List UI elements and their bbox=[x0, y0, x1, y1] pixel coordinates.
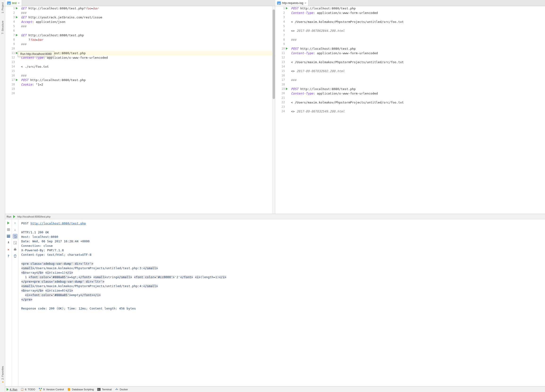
code-line[interactable]: < ./src/foo.txt bbox=[18, 64, 272, 69]
code-line[interactable]: < /Users/maxim.kolmakov/PhpstormProjects… bbox=[288, 20, 545, 24]
gutter-line: 18 bbox=[5, 82, 18, 87]
code-line[interactable]: POST http://localhost:8080/test.php bbox=[288, 46, 545, 51]
code-line[interactable] bbox=[18, 91, 272, 96]
close-icon[interactable]: × bbox=[304, 1, 306, 5]
code-line[interactable] bbox=[288, 33, 545, 37]
code-line[interactable] bbox=[288, 55, 545, 60]
code-line[interactable]: ### bbox=[18, 73, 272, 78]
bottom-db[interactable]: Database Scripting bbox=[67, 387, 94, 391]
gutter-line: 15 bbox=[5, 69, 18, 73]
code-line[interactable]: POST http://localhost:8080/test.php bbox=[18, 51, 272, 55]
gutter-line: 14 bbox=[275, 64, 288, 69]
run-marker-icon[interactable] bbox=[16, 52, 18, 54]
wrap-button[interactable] bbox=[13, 234, 18, 239]
help-button[interactable]: ? bbox=[6, 254, 11, 258]
code-line[interactable]: Content-Type: application/x-www-form-url… bbox=[288, 11, 545, 15]
gutter-line: 22 bbox=[275, 100, 288, 105]
run-marker-icon[interactable] bbox=[286, 7, 288, 9]
run-marker-icon[interactable] bbox=[286, 47, 288, 50]
gutter-line: 14 bbox=[5, 64, 18, 69]
code-line[interactable]: <> 2017-09-06T032602.200.html bbox=[288, 69, 545, 73]
tab-test[interactable]: test × bbox=[5, 0, 22, 6]
gutter-line: 7 bbox=[275, 33, 288, 37]
code-line[interactable] bbox=[288, 82, 545, 87]
code-line[interactable]: ### bbox=[18, 42, 272, 46]
bottom-vcs[interactable]: 9: Version Control bbox=[38, 387, 64, 391]
layout-button[interactable] bbox=[6, 234, 11, 239]
code-line[interactable]: GET http://localhost:8080/test.php bbox=[18, 33, 272, 37]
print-button[interactable] bbox=[13, 247, 18, 252]
rerun-button[interactable] bbox=[6, 221, 11, 225]
code-line[interactable] bbox=[288, 42, 545, 46]
svg-rect-13 bbox=[116, 388, 117, 389]
gutter-line: 2 bbox=[275, 11, 288, 15]
code-line[interactable] bbox=[18, 87, 272, 91]
bottom-todo[interactable]: 📋 6: TODO bbox=[20, 388, 35, 391]
code-line[interactable]: GET http://localhost:8080/test.php?foo=b… bbox=[18, 6, 272, 11]
sidebar-favorites[interactable]: ★ 2: Favorites bbox=[0, 365, 5, 385]
sidebar-project[interactable]: 1: Project bbox=[1, 1, 5, 15]
code-line[interactable]: ### bbox=[18, 11, 272, 15]
code-line[interactable]: POST http://localhost:8080/test.php bbox=[288, 6, 545, 11]
run-output[interactable]: POST http://localhost:8080/test.phpHTTP/… bbox=[19, 219, 545, 386]
sidebar-structure[interactable]: 7: Structure bbox=[1, 19, 5, 36]
svg-rect-14 bbox=[117, 389, 118, 390]
run-marker-icon[interactable] bbox=[16, 34, 18, 36]
editor-left: test × ✓ 1234567891011121314151617181920… bbox=[5, 0, 275, 214]
bottom-docker[interactable]: Docker bbox=[115, 387, 128, 391]
code-line[interactable]: Content-Type: application/x-www-form-url… bbox=[288, 51, 545, 55]
close-button[interactable]: ✕ bbox=[6, 247, 11, 252]
code-line[interactable]: < /Users/maxim.kolmakov/PhpstormProjects… bbox=[288, 60, 545, 64]
code-line[interactable] bbox=[18, 69, 272, 73]
stop-button[interactable] bbox=[6, 227, 11, 232]
tab-http-requests-log[interactable]: http-requests-log × bbox=[275, 0, 309, 6]
code-line[interactable]: ?foo=bar bbox=[18, 37, 272, 42]
gutter-line: 20 bbox=[5, 91, 18, 96]
bottom-terminal[interactable]: Terminal bbox=[97, 387, 112, 391]
code-line[interactable]: GET http://youtrack.jetbrains.com/rest/i… bbox=[18, 15, 272, 20]
code-line[interactable]: ### bbox=[288, 37, 545, 42]
run-marker-icon[interactable] bbox=[16, 79, 18, 81]
code-line[interactable]: Cookie: "1=2 bbox=[18, 82, 272, 87]
editor-right: http-requests-log × 12345678910111213141… bbox=[275, 0, 545, 214]
svg-rect-12 bbox=[116, 389, 117, 390]
code-line[interactable]: <> 2017-09-06T062844.200.html bbox=[288, 29, 545, 33]
run-marker-icon[interactable] bbox=[286, 88, 288, 90]
code-line[interactable]: Content-Type: application/x-www-form-url… bbox=[288, 91, 545, 96]
code-line[interactable]: Accept: application/json bbox=[18, 20, 272, 24]
run-marker-icon[interactable] bbox=[16, 7, 18, 9]
up-button[interactable]: ↑ bbox=[13, 221, 18, 225]
gutter-line: 13 bbox=[5, 60, 18, 64]
scrollbar[interactable] bbox=[272, 6, 275, 214]
code-line[interactable] bbox=[288, 24, 545, 29]
pin-button[interactable] bbox=[6, 241, 11, 245]
code-line[interactable] bbox=[288, 105, 545, 109]
run-panel-header: Run http://localhost:8080/test.php bbox=[5, 214, 545, 219]
code-line[interactable] bbox=[288, 96, 545, 100]
trash-button[interactable] bbox=[13, 254, 18, 258]
bottom-run[interactable]: 4: Run bbox=[7, 388, 17, 391]
code-line[interactable]: POST http://localhost:8080/test.php bbox=[18, 78, 272, 82]
code-line[interactable]: <> 2017-09-06T032549.200.html bbox=[288, 109, 545, 114]
code-line[interactable] bbox=[18, 29, 272, 33]
close-icon[interactable]: × bbox=[18, 1, 20, 5]
gutter-line: 11 bbox=[5, 51, 18, 55]
tab-bar-right: http-requests-log × bbox=[275, 0, 545, 6]
code-line[interactable]: ### bbox=[288, 78, 545, 82]
gutter-line: 17 bbox=[275, 78, 288, 82]
bottom-tool-bar: 4: Run 📋 6: TODO 9: Version Control Data… bbox=[5, 386, 545, 392]
code-line[interactable]: ### bbox=[18, 24, 272, 29]
run-marker-icon[interactable] bbox=[16, 16, 18, 18]
code-line[interactable] bbox=[288, 73, 545, 78]
down-button[interactable]: ↓ bbox=[13, 227, 18, 232]
code-line[interactable] bbox=[18, 60, 272, 64]
code-line[interactable] bbox=[18, 46, 272, 51]
tab-label: test bbox=[12, 1, 17, 5]
svg-point-8 bbox=[40, 390, 41, 391]
code-line[interactable]: Content-Type: application/x-www-form-url… bbox=[18, 55, 272, 60]
code-line[interactable] bbox=[288, 15, 545, 20]
code-line[interactable]: < /Users/maxim.kolmakov/PhpstormProjects… bbox=[288, 100, 545, 105]
scroll-button[interactable] bbox=[13, 241, 18, 245]
code-line[interactable] bbox=[288, 64, 545, 69]
code-line[interactable]: POST http://localhost:8080/test.php bbox=[288, 87, 545, 91]
